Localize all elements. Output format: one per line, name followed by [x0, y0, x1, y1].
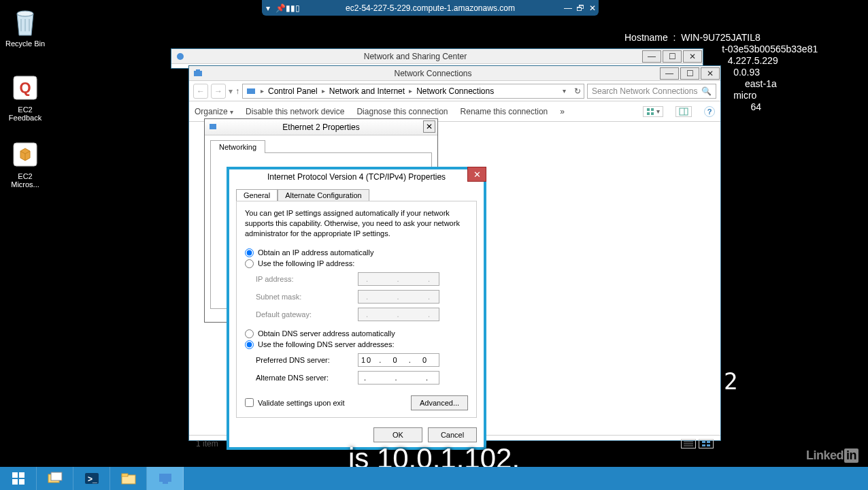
desktop-recycle-bin[interactable]: Recycle Bin — [0, 5, 50, 48]
taskbar-server-manager[interactable] — [37, 467, 73, 490]
svg-rect-24 — [12, 479, 18, 485]
svg-rect-21 — [210, 124, 216, 129]
ec2-feedback-icon: Q — [9, 71, 41, 104]
nav-forward-button[interactable]: → — [211, 84, 226, 99]
radio-label: Use the following DNS server addresses: — [258, 340, 395, 348]
desktop-label: EC2 Micros... — [0, 172, 50, 189]
label-alternate-dns: Alternate DNS server: — [256, 374, 358, 382]
radio-ip-auto[interactable] — [245, 248, 254, 257]
desktop-ec2-microsoft[interactable]: EC2 Micros... — [0, 138, 50, 189]
input-ip-address — [358, 272, 439, 286]
label-ip-address: IP address: — [256, 275, 358, 283]
svg-rect-23 — [19, 472, 24, 478]
svg-rect-11 — [651, 112, 654, 115]
bg-number: 2 — [724, 368, 737, 395]
breadcrumb-item[interactable]: Network and Internet — [329, 86, 405, 96]
radio-dns-manual[interactable] — [245, 340, 254, 349]
maximize-button[interactable]: ☐ — [680, 67, 699, 80]
help-button[interactable]: ? — [704, 106, 715, 117]
diagnose-connection-button[interactable]: Diagnose this connection — [356, 107, 448, 116]
input-subnet-mask — [358, 290, 439, 304]
search-icon: 🔍 — [701, 86, 712, 96]
svg-text:Q: Q — [19, 79, 31, 96]
adapter-icon — [208, 122, 218, 131]
svg-rect-12 — [680, 108, 688, 115]
label-subnet-mask: Subnet mask: — [256, 293, 358, 301]
rdp-connection-bar[interactable]: ▾ 📌 ▮▮▯ ec2-54-227-5-229.compute-1.amazo… — [262, 0, 599, 16]
rdp-signal-icon: ▮▮▯ — [286, 3, 299, 13]
svg-rect-22 — [12, 472, 18, 478]
svg-rect-31 — [122, 474, 128, 476]
checkbox-validate-exit[interactable] — [245, 398, 254, 407]
tab-networking[interactable]: Networking — [210, 140, 265, 153]
svg-rect-7 — [247, 88, 255, 94]
preview-pane-button[interactable] — [675, 106, 692, 117]
svg-rect-9 — [651, 108, 654, 111]
radio-ip-manual[interactable] — [245, 259, 254, 268]
svg-text:>_: >_ — [88, 474, 97, 484]
input-alternate-dns[interactable] — [358, 371, 439, 385]
rdp-close-icon[interactable]: ✕ — [586, 3, 599, 13]
radio-dns-auto[interactable] — [245, 329, 254, 338]
input-default-gateway — [358, 308, 439, 321]
nav-back-button[interactable]: ← — [193, 84, 208, 99]
advanced-button[interactable]: Advanced... — [411, 395, 468, 410]
breadcrumb-item[interactable]: Control Panel — [268, 86, 318, 96]
nav-up-button[interactable]: ↑ — [235, 86, 239, 96]
desktop-label: EC2 Feedback — [0, 105, 50, 122]
refresh-button[interactable]: ↻ — [574, 86, 581, 96]
network-icon — [246, 86, 256, 97]
minimize-button[interactable]: — — [642, 50, 661, 63]
close-button[interactable]: ✕ — [683, 50, 702, 63]
taskbar-explorer[interactable] — [110, 467, 147, 490]
maximize-button[interactable]: ☐ — [663, 50, 682, 63]
more-commands-button[interactable]: » — [560, 107, 565, 116]
desktop-ec2-feedback[interactable]: Q EC2 Feedback — [0, 71, 50, 122]
start-button[interactable] — [0, 467, 37, 490]
label-default-gateway: Default gateway: — [256, 310, 358, 318]
close-button[interactable]: ✕ — [467, 167, 486, 182]
rdp-dropdown-icon[interactable]: ▾ — [262, 3, 274, 13]
search-input[interactable]: Search Network Connections 🔍 — [587, 84, 716, 99]
address-breadcrumb[interactable]: ▸ Control Panel ▸ Network and Internet ▸… — [242, 84, 584, 99]
search-placeholder: Search Network Connections — [592, 86, 697, 96]
close-button[interactable]: ✕ — [423, 120, 435, 133]
address-bar: ← → ▾ ↑ ▸ Control Panel ▸ Network and In… — [189, 81, 720, 101]
tab-alternate-config[interactable]: Alternate Configuration — [278, 189, 369, 201]
breadcrumb-dropdown[interactable]: ▾ — [563, 87, 566, 95]
radio-label: Obtain DNS server address automatically — [258, 329, 395, 338]
minimize-button[interactable]: — — [660, 67, 679, 80]
svg-rect-27 — [51, 472, 62, 480]
desktop-label: Recycle Bin — [0, 39, 50, 48]
dialog-title: Ethernet 2 Properties — [282, 122, 359, 132]
rdp-restore-icon[interactable]: 🗗 — [574, 3, 586, 13]
svg-rect-25 — [19, 479, 24, 485]
tab-general[interactable]: General — [236, 189, 278, 201]
radio-label: Obtain an IP address automatically — [258, 248, 373, 257]
taskbar-network-connections[interactable] — [147, 467, 184, 490]
svg-rect-10 — [647, 112, 650, 115]
view-options-button[interactable]: ▾ — [643, 106, 663, 117]
radio-label: Use the following IP address: — [258, 259, 354, 267]
nav-recent-dropdown[interactable]: ▾ — [229, 86, 233, 96]
rdp-host-title: ec2-54-227-5-229.compute-1.amazonaws.com — [299, 3, 562, 13]
rename-connection-button[interactable]: Rename this connection — [461, 107, 548, 116]
cancel-button[interactable]: Cancel — [428, 427, 477, 442]
rdp-minimize-icon[interactable]: — — [562, 3, 574, 13]
svg-rect-6 — [196, 69, 200, 71]
window-title: Network and Sharing Center — [189, 52, 641, 61]
ok-button[interactable]: OK — [373, 427, 422, 442]
breadcrumb-item[interactable]: Network Connections — [416, 86, 494, 96]
label-preferred-dns: Preferred DNS server: — [256, 356, 358, 364]
disable-device-button[interactable]: Disable this network device — [246, 107, 344, 116]
input-preferred-dns[interactable] — [358, 353, 439, 367]
organize-menu[interactable]: Organize ▾ — [195, 107, 233, 116]
svg-rect-32 — [159, 474, 171, 482]
svg-point-4 — [177, 53, 184, 60]
taskbar-powershell[interactable]: >_ — [73, 467, 110, 490]
rdp-pin-icon[interactable]: 📌 — [274, 3, 286, 13]
taskbar: >_ — [0, 467, 868, 490]
close-button[interactable]: ✕ — [701, 67, 720, 80]
svg-point-0 — [17, 11, 33, 16]
dialog-title: Internet Protocol Version 4 (TCP/IPv4) P… — [267, 172, 446, 182]
